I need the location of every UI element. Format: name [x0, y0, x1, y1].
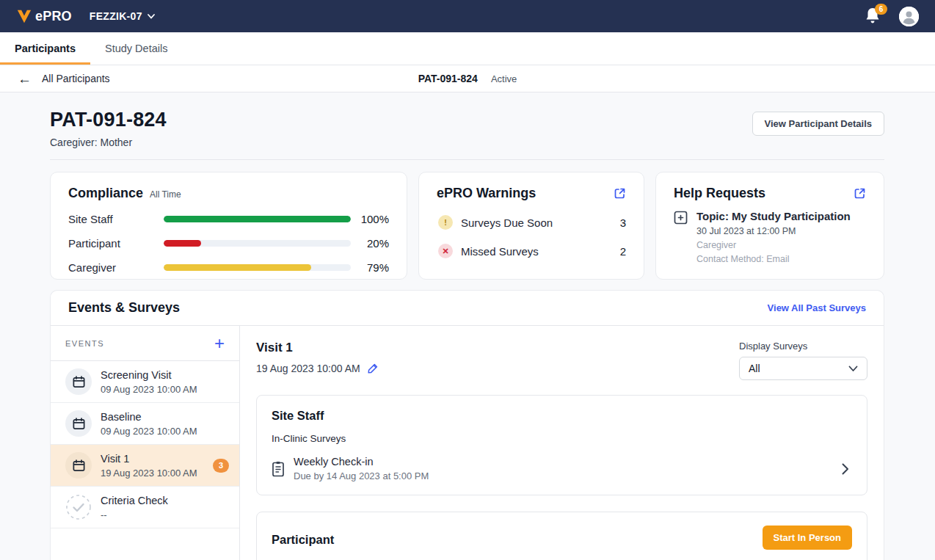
site-staff-title: Site Staff — [272, 409, 852, 423]
warning-row-missed[interactable]: ✕ Missed Surveys 2 — [437, 244, 626, 258]
notifications-button[interactable]: 6 — [864, 7, 883, 26]
chevron-down-icon — [848, 366, 858, 372]
help-topic: Topic: My Study Participation — [696, 210, 851, 222]
chevron-down-icon — [148, 14, 155, 19]
event-item-baseline[interactable]: Baseline 09 Aug 2023 10:00 AM — [51, 403, 239, 445]
view-participant-details-button[interactable]: View Participant Details — [752, 112, 884, 136]
display-surveys-label: Display Surveys — [739, 341, 867, 352]
progress-fill-site-staff — [164, 216, 351, 222]
add-event-button[interactable]: + — [214, 335, 225, 352]
missed-count: 2 — [620, 245, 626, 258]
dashed-check-icon — [65, 494, 92, 520]
compliance-period: All Time — [150, 189, 181, 200]
page-content: PAT-091-824 Caregiver: Mother View Parti… — [0, 92, 935, 560]
patient-status-badge: Active — [491, 73, 517, 84]
compliance-row-caregiver: Caregiver 79% — [68, 261, 389, 274]
title-divider — [50, 159, 884, 160]
notification-count-badge: 6 — [875, 4, 887, 15]
missed-icon: ✕ — [438, 244, 453, 258]
tab-participants[interactable]: Participants — [0, 32, 90, 65]
event-item-screening-visit[interactable]: Screening Visit 09 Aug 2023 10:00 AM — [51, 361, 239, 403]
events-surveys-title: Events & Surveys — [68, 300, 180, 316]
visit-panel: Visit 1 19 Aug 2023 10:00 AM Display Sur… — [240, 326, 884, 560]
edit-visit-icon[interactable] — [367, 363, 379, 374]
participant-group: Participant Start In Person In-Clinic Su… — [256, 512, 867, 560]
user-avatar[interactable] — [899, 7, 919, 26]
help-datetime: 30 Jul 2023 at 12:00 PM — [696, 226, 851, 236]
events-surveys-card: Events & Surveys View All Past Surveys E… — [50, 290, 884, 560]
external-link-icon[interactable] — [854, 187, 866, 200]
app-logo: ePRO — [16, 8, 72, 24]
event-item-criteria-check[interactable]: Criteria Check -- — [51, 487, 239, 528]
events-header-label: EVENTS — [65, 339, 104, 348]
tab-study-details[interactable]: Study Details — [90, 32, 182, 65]
progress-track — [164, 264, 351, 271]
calendar-icon — [65, 452, 92, 479]
main-tabs: Participants Study Details — [0, 32, 935, 65]
warning-row-due-soon[interactable]: ! Surveys Due Soon 3 — [437, 215, 626, 230]
breadcrumb-all-participants[interactable]: All Participants — [42, 73, 110, 84]
event-count-badge: 3 — [213, 459, 229, 473]
help-request-item[interactable]: Topic: My Study Participation 30 Jul 202… — [674, 210, 866, 264]
help-requests-card: Help Requests Topic: My Study Participat… — [655, 172, 884, 280]
back-arrow-icon[interactable]: ← — [18, 72, 32, 86]
calendar-icon — [65, 368, 92, 395]
epro-warnings-card: ePRO Warnings ! Surveys Due Soon 3 ✕ Mis… — [418, 172, 644, 280]
logo-v-icon — [16, 8, 32, 24]
view-all-past-surveys-link[interactable]: View All Past Surveys — [768, 302, 866, 313]
help-requester: Caregiver — [696, 240, 851, 250]
person-icon — [899, 7, 919, 26]
compliance-row-participant: Participant 20% — [68, 237, 389, 250]
visit-title: Visit 1 — [256, 341, 379, 355]
survey-due: Due by 14 Aug 2023 at 5:00 PM — [294, 470, 429, 481]
breadcrumb-bar: ← All Participants PAT-091-824 Active — [0, 65, 935, 92]
request-topic-icon — [674, 211, 688, 264]
due-soon-count: 3 — [620, 217, 626, 229]
progress-track — [164, 240, 351, 247]
caregiver-subtitle: Caregiver: Mother — [50, 137, 167, 148]
top-navbar: ePRO FEZZIK-07 6 — [0, 0, 935, 32]
study-selector-dropdown[interactable]: FEZZIK-07 — [90, 10, 155, 22]
breadcrumb-patient: PAT-091-824 Active — [0, 73, 935, 84]
progress-fill-caregiver — [164, 264, 311, 271]
compliance-title: Compliance — [68, 186, 143, 201]
compliance-row-site-staff: Site Staff 100% — [68, 213, 389, 225]
site-staff-group: Site Staff In-Clinic Surveys Weekly Chec… — [256, 395, 867, 495]
help-contact-method: Contact Method: Email — [696, 254, 851, 264]
due-soon-icon: ! — [438, 215, 453, 230]
events-sidebar: EVENTS + Screening Visit 09 Aug 2023 10:… — [51, 326, 240, 560]
help-requests-title: Help Requests — [674, 186, 765, 201]
visit-datetime: 19 Aug 2023 10:00 AM — [256, 363, 360, 374]
compliance-card: Compliance All Time Site Staff 100% Part… — [50, 172, 407, 280]
survey-row-weekly-check-in[interactable]: Weekly Check-in Due by 14 Aug 2023 at 5:… — [272, 456, 852, 481]
external-link-icon[interactable] — [614, 187, 626, 200]
site-staff-subtitle: In-Clinic Surveys — [272, 433, 852, 444]
breadcrumb-patient-id: PAT-091-824 — [418, 73, 478, 84]
survey-name: Weekly Check-in — [294, 456, 429, 468]
page-title: PAT-091-824 — [50, 109, 167, 131]
start-in-person-button[interactable]: Start In Person — [763, 526, 852, 550]
event-item-visit-1[interactable]: Visit 1 19 Aug 2023 10:00 AM 3 — [51, 445, 239, 487]
calendar-icon — [65, 410, 92, 437]
participant-title: Participant — [272, 533, 334, 547]
progress-track — [164, 216, 351, 222]
progress-fill-participant — [164, 240, 201, 247]
logo-text: ePRO — [35, 9, 72, 24]
chevron-right-icon[interactable] — [842, 463, 852, 475]
survey-clipboard-icon — [272, 461, 285, 477]
warnings-title: ePRO Warnings — [437, 186, 536, 201]
display-surveys-select[interactable]: All — [739, 357, 867, 380]
